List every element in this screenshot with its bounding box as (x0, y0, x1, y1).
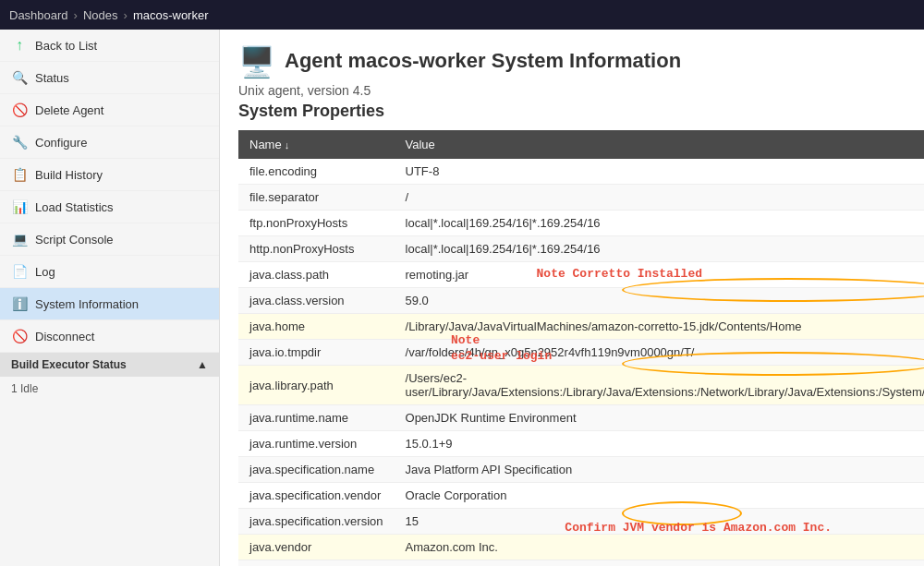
prop-value: https://aws.amazon.com/corretto/ (395, 560, 924, 567)
table-row: java.runtime.name OpenJDK Runtime Enviro… (238, 405, 924, 431)
build-executor-item: 1 Idle (11, 382, 38, 395)
sidebar-label-log: Log (35, 265, 55, 279)
table-row: file.encoding UTF-8 (238, 159, 924, 185)
table-row: java.home /Library/Java/JavaVirtualMachi… (238, 314, 924, 340)
breadcrumb-sep-1: › (74, 8, 78, 22)
prop-value: 15 (395, 509, 924, 535)
sidebar-label-configure: Configure (35, 136, 87, 150)
prop-value: local|*.local|169.254/16|*.169.254/16 (395, 211, 924, 236)
table-row: java.vendor.url https://aws.amazon.com/c… (238, 560, 924, 567)
sidebar-icon-log: 📄 (11, 263, 28, 280)
sidebar-item-delete-agent[interactable]: 🚫 Delete Agent (0, 94, 219, 126)
sidebar-icon-status: 🔍 (11, 69, 28, 86)
build-executor-section[interactable]: Build Executor Status ▲ (0, 353, 219, 377)
prop-value: Amazon.com Inc. (395, 535, 924, 560)
sidebar-item-configure[interactable]: 🔧 Configure (0, 126, 219, 159)
sidebar-icon-back-to-list: ↑ (11, 37, 28, 54)
page-subtitle: Unix agent, version 4.5 (238, 83, 906, 98)
prop-value: 15.0.1+9 (395, 431, 924, 457)
breadcrumb-sep-2: › (124, 8, 128, 22)
prop-name: file.encoding (238, 159, 395, 185)
sidebar-icon-script-console: 💻 (11, 231, 28, 247)
sidebar-label-delete-agent: Delete Agent (35, 103, 103, 117)
build-executor-content: 1 Idle (0, 377, 219, 401)
prop-name: ftp.nonProxyHosts (238, 211, 395, 236)
prop-value: 59.0 (395, 288, 924, 314)
section-title: System Properties (238, 102, 906, 121)
table-row: http.nonProxyHosts local|*.local|169.254… (238, 236, 924, 262)
breadcrumb: Dashboard › Nodes › macos-worker (0, 0, 924, 30)
sidebar-label-load-statistics: Load Statistics (35, 200, 114, 214)
sidebar-item-status[interactable]: 🔍 Status (0, 62, 219, 94)
agent-icon: 🖥️ (238, 44, 275, 78)
build-executor-label: Build Executor Status (11, 358, 127, 371)
sidebar-label-build-history: Build History (35, 168, 103, 182)
prop-value: Java Platform API Specification (395, 457, 924, 483)
col-value: Value (395, 130, 924, 159)
table-row: java.runtime.version 15.0.1+9 (238, 431, 924, 457)
sidebar-item-script-console[interactable]: 💻 Script Console (0, 223, 219, 256)
system-properties-container: Name Value file.encoding UTF-8 file.sepa… (238, 130, 906, 566)
chevron-up-icon: ▲ (197, 358, 208, 371)
breadcrumb-nodes[interactable]: Nodes (83, 8, 118, 22)
main-content: 🖥️ Agent macos-worker System Information… (220, 30, 924, 566)
page-header: 🖥️ Agent macos-worker System Information (238, 44, 906, 78)
prop-value: Oracle Corporation (395, 483, 924, 509)
prop-name: java.library.path (238, 366, 395, 405)
prop-name: java.class.version (238, 288, 395, 314)
prop-name: java.runtime.name (238, 405, 395, 431)
prop-value: OpenJDK Runtime Environment (395, 405, 924, 431)
table-row: java.class.path remoting.jar (238, 262, 924, 288)
sidebar-item-build-history[interactable]: 📋 Build History (0, 159, 219, 191)
prop-name: java.vendor (238, 535, 395, 560)
prop-value: /var/folders/4h/qn_x0g5n2952r4vfh119n9vm… (395, 340, 924, 366)
sidebar-label-script-console: Script Console (35, 233, 114, 247)
table-row: java.io.tmpdir /var/folders/4h/qn_x0g5n2… (238, 340, 924, 366)
col-name[interactable]: Name (238, 130, 395, 159)
prop-name: http.nonProxyHosts (238, 236, 395, 262)
table-row: java.specification.vendor Oracle Corpora… (238, 483, 924, 509)
prop-value: /Users/ec2-user/Library/Java/Extensions:… (395, 366, 924, 405)
sidebar-item-back-to-list[interactable]: ↑ Back to List (0, 30, 219, 62)
table-row: java.library.path /Users/ec2-user/Librar… (238, 366, 924, 405)
breadcrumb-dashboard[interactable]: Dashboard (9, 8, 68, 22)
system-properties-table: Name Value file.encoding UTF-8 file.sepa… (238, 130, 924, 566)
table-row: file.separator / (238, 185, 924, 211)
table-row: java.specification.version 15 (238, 509, 924, 535)
prop-name: java.class.path (238, 262, 395, 288)
prop-value: / (395, 185, 924, 211)
sidebar: ↑ Back to List 🔍 Status 🚫 Delete Agent 🔧… (0, 30, 220, 566)
prop-name: java.home (238, 314, 395, 340)
sidebar-icon-build-history: 📋 (11, 166, 28, 183)
prop-value: local|*.local|169.254/16|*.169.254/16 (395, 236, 924, 262)
sidebar-item-load-statistics[interactable]: 📊 Load Statistics (0, 191, 219, 223)
sidebar-label-system-information: System Information (35, 297, 139, 311)
prop-value: UTF-8 (395, 159, 924, 185)
table-row: java.vendor Amazon.com Inc. (238, 535, 924, 560)
prop-name: java.specification.vendor (238, 483, 395, 509)
prop-name: java.runtime.version (238, 431, 395, 457)
table-row: java.specification.name Java Platform AP… (238, 457, 924, 483)
table-row: java.class.version 59.0 (238, 288, 924, 314)
prop-name: java.vendor.url (238, 560, 395, 567)
prop-value: remoting.jar (395, 262, 924, 288)
sidebar-icon-load-statistics: 📊 (11, 199, 28, 215)
sidebar-icon-configure: 🔧 (11, 134, 28, 151)
sidebar-icon-disconnect: 🚫 (11, 328, 28, 344)
table-row: ftp.nonProxyHosts local|*.local|169.254/… (238, 211, 924, 236)
prop-name: file.separator (238, 185, 395, 211)
sidebar-icon-system-information: ℹ️ (11, 295, 28, 312)
sidebar-icon-delete-agent: 🚫 (11, 102, 28, 118)
breadcrumb-current: macos-worker (133, 8, 209, 22)
sidebar-item-disconnect[interactable]: 🚫 Disconnect (0, 320, 219, 353)
sidebar-label-back-to-list: Back to List (35, 39, 97, 53)
prop-value: /Library/Java/JavaVirtualMachines/amazon… (395, 314, 924, 340)
sidebar-label-disconnect: Disconnect (35, 330, 94, 343)
prop-name: java.specification.name (238, 457, 395, 483)
sidebar-label-status: Status (35, 71, 69, 85)
page-title: Agent macos-worker System Information (285, 49, 681, 73)
sidebar-item-system-information[interactable]: ℹ️ System Information (0, 288, 219, 320)
prop-name: java.specification.version (238, 509, 395, 535)
prop-name: java.io.tmpdir (238, 340, 395, 366)
sidebar-item-log[interactable]: 📄 Log (0, 256, 219, 288)
